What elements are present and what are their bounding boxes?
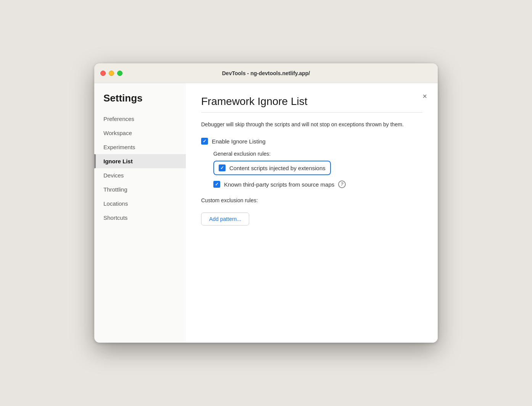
content-scripts-label[interactable]: Content scripts injected by extensions	[229, 165, 326, 171]
info-icon[interactable]: ?	[338, 180, 346, 188]
close-traffic-light[interactable]	[100, 71, 106, 76]
content-scripts-checkbox[interactable]: ✓	[219, 164, 226, 171]
third-party-scripts-checkbox[interactable]: ✓	[213, 181, 220, 188]
general-exclusion-label: General exclusion rules:	[213, 151, 422, 157]
page-title: Framework Ignore List	[201, 95, 422, 108]
content-area: Settings Preferences Workspace Experimen…	[94, 83, 438, 343]
enable-ignore-listing-checkbox[interactable]: ✓	[201, 138, 208, 145]
checkmark-icon: ✓	[220, 166, 224, 170]
custom-exclusion-label: Custom exclusion rules:	[201, 197, 422, 203]
sidebar-item-workspace[interactable]: Workspace	[94, 126, 186, 140]
sidebar-item-experiments[interactable]: Experiments	[94, 140, 186, 154]
sidebar-item-ignore-list[interactable]: Ignore List	[94, 154, 186, 168]
checkmark-icon: ✓	[215, 182, 219, 187]
sidebar-heading: Settings	[94, 92, 186, 112]
enable-ignore-listing-row: ✓ Enable Ignore Listing	[201, 138, 422, 145]
maximize-traffic-light[interactable]	[117, 71, 123, 76]
third-party-scripts-label[interactable]: Known third-party scripts from source ma…	[224, 181, 334, 188]
sidebar-item-devices[interactable]: Devices	[94, 168, 186, 182]
third-party-scripts-row: ✓ Known third-party scripts from source …	[213, 180, 422, 188]
close-button[interactable]: ×	[421, 91, 429, 102]
sidebar-item-shortcuts[interactable]: Shortcuts	[94, 211, 186, 225]
devtools-window: DevTools - ng-devtools.netlify.app/ Sett…	[94, 63, 438, 343]
checkmark-icon: ✓	[203, 139, 206, 143]
content-scripts-row: ✓ Content scripts injected by extensions	[213, 161, 331, 175]
general-exclusion-section: General exclusion rules: ✓ Content scrip…	[201, 151, 422, 188]
sidebar-item-preferences[interactable]: Preferences	[94, 112, 186, 126]
description-text: Debugger will skip through the scripts a…	[201, 120, 422, 129]
minimize-traffic-light[interactable]	[109, 71, 114, 76]
traffic-lights	[100, 71, 123, 76]
enable-ignore-listing-label[interactable]: Enable Ignore Listing	[212, 138, 266, 145]
sidebar-item-throttling[interactable]: Throttling	[94, 182, 186, 197]
titlebar-title: DevTools - ng-devtools.netlify.app/	[222, 70, 310, 76]
title-divider	[201, 112, 422, 113]
sidebar: Settings Preferences Workspace Experimen…	[94, 83, 186, 343]
main-content: × Framework Ignore List Debugger will sk…	[186, 83, 438, 343]
sidebar-item-locations[interactable]: Locations	[94, 197, 186, 211]
titlebar: DevTools - ng-devtools.netlify.app/	[94, 63, 438, 83]
add-pattern-button[interactable]: Add pattern...	[201, 213, 249, 226]
